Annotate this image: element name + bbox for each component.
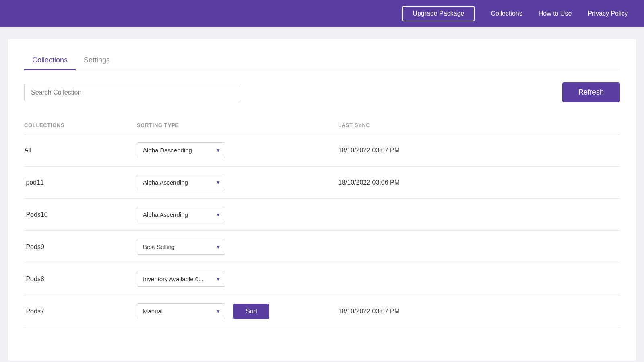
table-row: IPods7Alpha DescendingAlpha AscendingBes… (24, 295, 620, 327)
sort-select-wrapper: Alpha DescendingAlpha AscendingBest Sell… (137, 142, 225, 158)
nav-collections-link[interactable]: Collections (491, 10, 522, 17)
col-header-sorting: SORTING TYPE (137, 118, 338, 134)
collection-name: IPods10 (24, 199, 137, 231)
collection-name: Ipod11 (24, 167, 137, 199)
collection-name: IPods7 (24, 295, 137, 327)
last-sync-value (338, 231, 620, 263)
table-row: AllAlpha DescendingAlpha AscendingBest S… (24, 134, 620, 167)
last-sync-value: 18/10/2022 03:07 PM (338, 295, 620, 327)
sort-select[interactable]: Alpha DescendingAlpha AscendingBest Sell… (137, 271, 225, 287)
col-header-last-sync: LAST SYNC (338, 118, 620, 134)
table-row: IPods10Alpha DescendingAlpha AscendingBe… (24, 199, 620, 231)
table-row: IPods8Alpha DescendingAlpha AscendingBes… (24, 263, 620, 295)
sort-select-wrapper: Alpha DescendingAlpha AscendingBest Sell… (137, 175, 225, 190)
sort-select[interactable]: Alpha DescendingAlpha AscendingBest Sell… (137, 175, 225, 190)
main-container: Collections Settings Refresh COLLECTIONS… (8, 39, 636, 361)
tab-collections[interactable]: Collections (24, 51, 76, 70)
upgrade-package-button[interactable]: Upgrade Package (402, 6, 475, 21)
sort-select-wrapper: Alpha DescendingAlpha AscendingBest Sell… (137, 207, 225, 222)
collections-table: COLLECTIONS SORTING TYPE LAST SYNC AllAl… (24, 118, 620, 327)
sorting-cell: Alpha DescendingAlpha AscendingBest Sell… (137, 295, 338, 327)
col-header-collections: COLLECTIONS (24, 118, 137, 134)
sorting-cell: Alpha DescendingAlpha AscendingBest Sell… (137, 231, 338, 263)
sorting-cell: Alpha DescendingAlpha AscendingBest Sell… (137, 199, 338, 231)
sort-select-wrapper: Alpha DescendingAlpha AscendingBest Sell… (137, 271, 225, 287)
last-sync-value: 18/10/2022 03:07 PM (338, 134, 620, 167)
top-navigation: Upgrade Package Collections How to Use P… (0, 0, 644, 27)
nav-how-to-use-link[interactable]: How to Use (539, 10, 572, 17)
sorting-cell: Alpha DescendingAlpha AscendingBest Sell… (137, 134, 338, 167)
sorting-cell: Alpha DescendingAlpha AscendingBest Sell… (137, 167, 338, 199)
sort-select[interactable]: Alpha DescendingAlpha AscendingBest Sell… (137, 239, 225, 255)
last-sync-value (338, 199, 620, 231)
refresh-button[interactable]: Refresh (562, 82, 620, 102)
collection-name: IPods8 (24, 263, 137, 295)
sorting-cell: Alpha DescendingAlpha AscendingBest Sell… (137, 263, 338, 295)
tab-bar: Collections Settings (24, 51, 620, 70)
table-row: Ipod11Alpha DescendingAlpha AscendingBes… (24, 167, 620, 199)
search-input[interactable] (24, 84, 242, 101)
search-row: Refresh (24, 82, 620, 102)
last-sync-value: 18/10/2022 03:06 PM (338, 167, 620, 199)
collection-name: IPods9 (24, 231, 137, 263)
sort-select-wrapper: Alpha DescendingAlpha AscendingBest Sell… (137, 303, 225, 319)
sort-select-wrapper: Alpha DescendingAlpha AscendingBest Sell… (137, 239, 225, 255)
tab-settings[interactable]: Settings (76, 51, 118, 70)
sort-button[interactable]: Sort (233, 304, 269, 319)
table-row: IPods9Alpha DescendingAlpha AscendingBes… (24, 231, 620, 263)
sort-select[interactable]: Alpha DescendingAlpha AscendingBest Sell… (137, 207, 225, 222)
last-sync-value (338, 263, 620, 295)
sort-select[interactable]: Alpha DescendingAlpha AscendingBest Sell… (137, 142, 225, 158)
sort-select[interactable]: Alpha DescendingAlpha AscendingBest Sell… (137, 303, 225, 319)
collection-name: All (24, 134, 137, 167)
nav-privacy-link[interactable]: Privacy Policy (588, 10, 628, 17)
